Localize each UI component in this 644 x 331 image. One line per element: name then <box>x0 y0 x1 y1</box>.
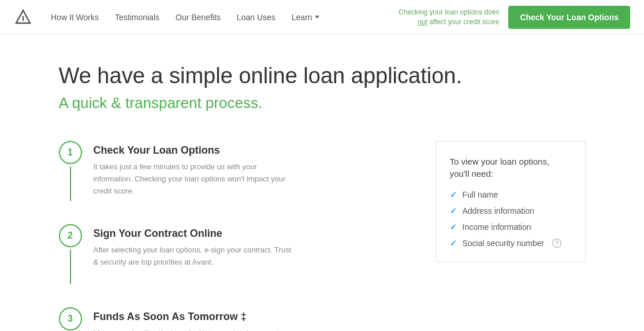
check-icon-ssn: ✓ <box>450 239 457 248</box>
step-circle-3: 3 <box>59 307 82 330</box>
step-item-2: 2 Sign Your Contract Online After select… <box>59 224 401 284</box>
step-item-3: 3 Funds As Soon As Tomorrow ‡ Money can … <box>59 307 401 331</box>
step-number-col-3: 3 <box>59 307 82 331</box>
hero-subtitle: A quick & transparent process. <box>59 94 586 112</box>
navbar: How It Works Testimonials Our Benefits L… <box>0 0 644 35</box>
step-title-1: Check Your Loan Options <box>94 144 296 157</box>
check-icon-income: ✓ <box>450 222 457 232</box>
step-circle-1: 1 <box>59 141 82 164</box>
list-item: ✓ Income information <box>450 222 571 232</box>
list-item: ✓ Full name <box>450 190 571 199</box>
hero-title: We have a simple online loan application… <box>59 64 586 88</box>
info-card-title: To view your loan options, you'll need: <box>450 155 571 180</box>
check-icon-full-name: ✓ <box>450 190 457 199</box>
step-content-3: Funds As Soon As Tomorrow ‡ Money can be… <box>94 307 296 331</box>
nav-our-benefits[interactable]: Our Benefits <box>176 13 221 22</box>
check-loan-options-button[interactable]: Check Your Loan Options <box>508 6 630 29</box>
steps-list: 1 Check Your Loan Options It takes just … <box>59 141 401 331</box>
step-title-3: Funds As Soon As Tomorrow ‡ <box>94 311 296 323</box>
step-line-1 <box>70 166 71 201</box>
steps-section: 1 Check Your Loan Options It takes just … <box>59 141 586 331</box>
nav-loan-uses[interactable]: Loan Uses <box>237 13 276 22</box>
list-item: ✓ Social security number ? <box>450 239 571 248</box>
list-item: ✓ Address information <box>450 206 571 215</box>
nav-right: Checking your loan options does not affe… <box>399 6 630 29</box>
step-number-col-1: 1 <box>59 141 82 201</box>
logo-icon <box>14 8 32 27</box>
step-title-2: Sign Your Contract Online <box>94 228 296 240</box>
step-desc-3: Money can be directly deposited into you… <box>94 328 296 331</box>
chevron-down-icon <box>315 16 319 18</box>
step-desc-1: It takes just a few minutes to provide u… <box>94 161 296 197</box>
step-circle-2: 2 <box>59 224 82 247</box>
nav-learn[interactable]: Learn <box>292 13 319 22</box>
logo <box>14 8 32 27</box>
step-desc-2: After selecting your loan options, e-sig… <box>94 244 296 269</box>
step-content-1: Check Your Loan Options It takes just a … <box>94 141 296 201</box>
step-number-col-2: 2 <box>59 224 82 284</box>
nav-how-it-works[interactable]: How It Works <box>51 13 99 22</box>
step-content-2: Sign Your Contract Online After selectin… <box>94 224 296 284</box>
help-icon[interactable]: ? <box>552 239 561 248</box>
nav-links: How It Works Testimonials Our Benefits L… <box>51 13 399 22</box>
info-card-list: ✓ Full name ✓ Address information ✓ Inco… <box>450 190 571 248</box>
step-line-2 <box>70 250 71 284</box>
main-content: We have a simple online loan application… <box>45 35 600 331</box>
nav-testimonials[interactable]: Testimonials <box>115 13 159 22</box>
step-item-1: 1 Check Your Loan Options It takes just … <box>59 141 401 201</box>
credit-note: Checking your loan options does not affe… <box>399 8 499 27</box>
check-icon-address: ✓ <box>450 206 457 215</box>
info-card: To view your loan options, you'll need: … <box>435 141 586 262</box>
